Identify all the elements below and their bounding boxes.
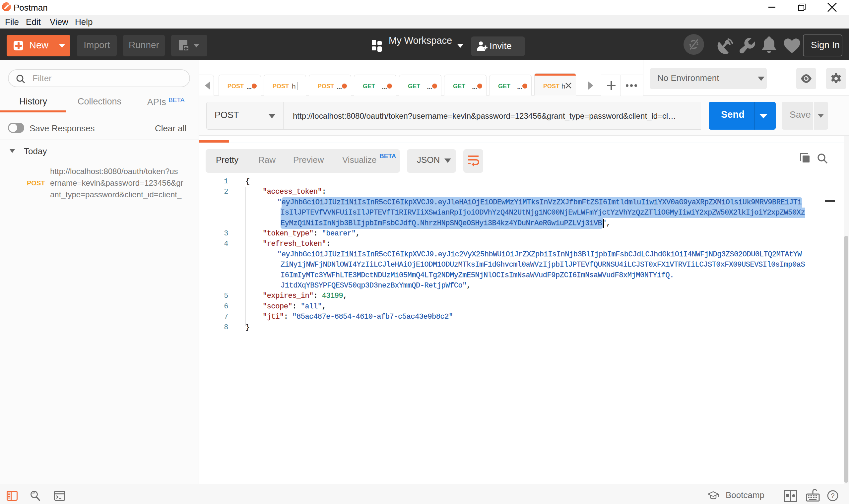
svg-text:?: ?: [831, 492, 834, 499]
